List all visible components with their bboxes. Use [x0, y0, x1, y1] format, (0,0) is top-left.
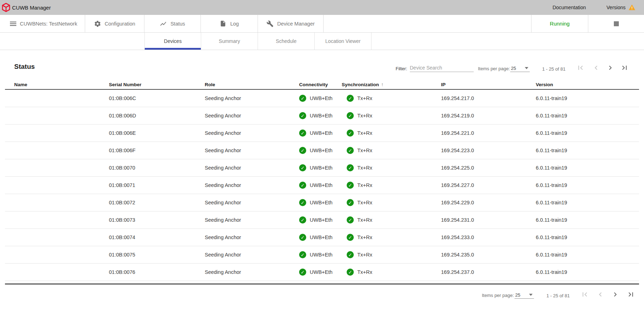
- network-menu-button[interactable]: CUWBNets: TestNetwork: [0, 15, 85, 32]
- run-state-indicator: Running: [531, 15, 588, 32]
- table-row: 01:0B:0072 Seeding Anchor ✓ UWB+Eth ✓ Tx…: [5, 194, 639, 211]
- check-circle-icon: ✓: [299, 199, 306, 206]
- table-body: 01:0B:006C Seeding Anchor ✓ UWB+Eth ✓ Tx…: [5, 90, 639, 281]
- items-per-page-label: Items per page:: [482, 293, 514, 298]
- check-circle-icon: ✓: [347, 199, 354, 206]
- chevron-down-icon: [529, 294, 533, 296]
- table-header-row: Name Serial Number Role Connectivity Syn…: [5, 80, 639, 90]
- cell-ip: 169.254.221.0: [441, 130, 536, 136]
- tab-log[interactable]: Log: [201, 15, 258, 32]
- cell-connectivity: ✓ UWB+Eth: [299, 269, 342, 276]
- top-bar: CUWB Manager Documentation Versions: [0, 0, 644, 15]
- cell-version: 6.0.11-train19: [536, 113, 639, 118]
- tab-configuration[interactable]: Configuration: [85, 15, 144, 32]
- check-circle-icon: ✓: [299, 147, 306, 154]
- previous-page-button[interactable]: [595, 289, 605, 299]
- column-header-ip[interactable]: IP: [441, 82, 536, 87]
- cell-version: 6.0.11-train19: [536, 130, 639, 136]
- page-title: Status: [14, 63, 35, 71]
- warning-icon[interactable]: [628, 4, 635, 11]
- check-circle-icon: ✓: [347, 164, 354, 171]
- next-page-button[interactable]: [610, 289, 620, 299]
- first-page-button[interactable]: [580, 289, 590, 299]
- first-page-button[interactable]: [576, 63, 585, 73]
- cell-synchronization: ✓ Tx+Rx: [342, 251, 441, 258]
- subtab-schedule[interactable]: Schedule: [258, 33, 315, 50]
- check-circle-icon: ✓: [299, 269, 306, 276]
- cell-ip: 169.254.233.0: [441, 234, 536, 240]
- cell-version: 6.0.11-train19: [536, 252, 639, 258]
- items-per-page-select[interactable]: 25: [510, 64, 530, 72]
- table-row: 01:0B:0070 Seeding Anchor ✓ UWB+Eth ✓ Tx…: [5, 159, 639, 177]
- cell-role: Seeding Anchor: [205, 234, 299, 240]
- subtab-location-viewer[interactable]: Location Viewer: [315, 33, 371, 50]
- versions-link[interactable]: Versions: [606, 5, 626, 10]
- cell-ip: 169.254.229.0: [441, 200, 536, 205]
- cell-role: Seeding Anchor: [205, 200, 299, 205]
- gear-icon: [94, 20, 101, 27]
- cuwb-cube-logo-icon: [1, 2, 11, 13]
- tab-status[interactable]: Status: [144, 15, 201, 32]
- cell-role: Seeding Anchor: [205, 113, 299, 118]
- column-header-name[interactable]: Name: [5, 82, 109, 87]
- cell-serial-number: 01:0B:006E: [109, 130, 205, 136]
- device-search-input[interactable]: [410, 64, 474, 72]
- check-circle-icon: ✓: [299, 216, 306, 224]
- cell-version: 6.0.11-train19: [536, 200, 639, 205]
- cell-version: 6.0.11-train19: [536, 95, 639, 101]
- cell-synchronization: ✓ Tx+Rx: [342, 199, 441, 206]
- previous-page-button[interactable]: [591, 63, 601, 73]
- tab-device-manager[interactable]: Device Manager: [258, 15, 324, 32]
- column-header-serial-number[interactable]: Serial Number: [109, 82, 205, 87]
- column-header-synchronization[interactable]: Synchronization↑: [342, 82, 441, 87]
- subtab-devices[interactable]: Devices: [144, 33, 201, 50]
- check-circle-icon: ✓: [299, 129, 306, 137]
- subtab-summary-label: Summary: [219, 38, 240, 44]
- table-row: 01:0B:0076 Seeding Anchor ✓ UWB+Eth ✓ Tx…: [5, 264, 639, 281]
- cell-ip: 169.254.225.0: [441, 165, 536, 171]
- cell-version: 6.0.11-train19: [536, 269, 639, 275]
- cell-ip: 169.254.235.0: [441, 252, 536, 258]
- items-per-page-value: 25: [515, 292, 520, 298]
- last-page-button[interactable]: [626, 289, 636, 299]
- items-per-page-select[interactable]: 25: [514, 290, 534, 299]
- table-row: 01:0B:0074 Seeding Anchor ✓ UWB+Eth ✓ Tx…: [5, 229, 639, 246]
- check-circle-icon: ✓: [299, 251, 306, 258]
- check-circle-icon: ✓: [347, 216, 354, 224]
- documentation-link[interactable]: Documentation: [552, 5, 586, 10]
- line-chart-icon: [160, 20, 167, 27]
- items-per-page-value: 25: [511, 66, 516, 71]
- check-circle-icon: ✓: [347, 269, 354, 276]
- cell-version: 6.0.11-train19: [536, 217, 639, 223]
- table-row: 01:0B:0071 Seeding Anchor ✓ UWB+Eth ✓ Tx…: [5, 177, 639, 194]
- cell-connectivity: ✓ UWB+Eth: [299, 129, 342, 137]
- cell-serial-number: 01:0B:0075: [109, 252, 205, 258]
- sort-ascending-icon: ↑: [381, 82, 384, 87]
- cell-synchronization: ✓ Tx+Rx: [342, 164, 441, 171]
- stop-network-button[interactable]: [588, 15, 644, 32]
- table-row: 01:0B:006E Seeding Anchor ✓ UWB+Eth ✓ Tx…: [5, 125, 639, 142]
- cell-synchronization: ✓ Tx+Rx: [342, 182, 441, 189]
- check-circle-icon: ✓: [347, 251, 354, 258]
- cell-synchronization: ✓ Tx+Rx: [342, 129, 441, 137]
- table-row: 01:0B:006D Seeding Anchor ✓ UWB+Eth ✓ Tx…: [5, 107, 639, 125]
- cell-role: Seeding Anchor: [205, 217, 299, 223]
- cell-synchronization: ✓ Tx+Rx: [342, 147, 441, 154]
- next-page-button[interactable]: [605, 63, 615, 73]
- tab-device-manager-label: Device Manager: [277, 21, 315, 27]
- cell-serial-number: 01:0B:0072: [109, 200, 205, 205]
- column-header-version[interactable]: Version: [536, 82, 639, 87]
- check-circle-icon: ✓: [347, 95, 354, 102]
- check-circle-icon: ✓: [299, 112, 306, 119]
- cell-role: Seeding Anchor: [205, 252, 299, 258]
- nav-bar: CUWBNets: TestNetwork Configuration Stat…: [0, 15, 644, 33]
- cell-synchronization: ✓ Tx+Rx: [342, 112, 441, 119]
- tab-status-label: Status: [170, 21, 185, 27]
- column-header-connectivity[interactable]: Connectivity: [299, 82, 342, 87]
- cell-role: Seeding Anchor: [205, 165, 299, 171]
- subtab-summary[interactable]: Summary: [201, 33, 258, 50]
- cell-synchronization: ✓ Tx+Rx: [342, 234, 441, 241]
- column-header-role[interactable]: Role: [205, 82, 299, 87]
- subtab-location-viewer-label: Location Viewer: [325, 38, 360, 44]
- last-page-button[interactable]: [620, 63, 629, 73]
